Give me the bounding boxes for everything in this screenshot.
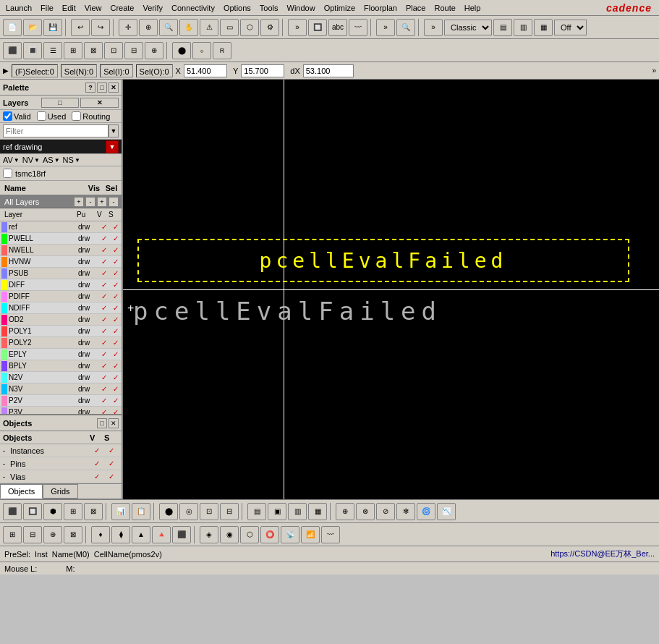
bt1-1[interactable]: ⬛ [3, 503, 22, 520]
more-btn3[interactable]: » [424, 19, 443, 36]
layer-row-eply[interactable]: EPLY drw ✓ ✓ [0, 349, 122, 360]
bt2-1[interactable]: ⊞ [3, 526, 22, 543]
obj-row-vias[interactable]: - Vias ✓ ✓ [0, 470, 122, 483]
palette-close-btn[interactable]: ✕ [109, 82, 119, 93]
undo-btn[interactable]: ↩ [71, 19, 90, 36]
bt2-2[interactable]: ⊟ [23, 526, 42, 543]
poly-btn[interactable]: ⬡ [240, 19, 259, 36]
view-dropdown[interactable]: Classic [444, 20, 492, 35]
routing-checkbox[interactable] [72, 111, 81, 121]
layers-close-btn[interactable]: ✕ [80, 98, 119, 108]
layer-row-pdiff[interactable]: PDIFF drw ✓ ✓ [0, 291, 122, 302]
menu-launch[interactable]: Launch [1, 2, 36, 14]
bt2-8[interactable]: 🔺 [152, 526, 171, 543]
bt1-5[interactable]: ⊠ [84, 503, 103, 520]
layer-row-diff[interactable]: DIFF drw ✓ ✓ [0, 279, 122, 291]
av-button[interactable]: AV▼ [3, 156, 20, 164]
more-btn1[interactable]: » [288, 19, 307, 36]
obj-row-instances[interactable]: - Instances ✓ ✓ [0, 444, 122, 457]
tb2-10[interactable]: ⬦ [192, 42, 211, 59]
layer-row-psub[interactable]: PSUB drw ✓ ✓ [0, 268, 122, 279]
bt1-3[interactable]: ⬢ [43, 503, 62, 520]
bt2-9[interactable]: ⬛ [172, 526, 191, 543]
zoom-btn[interactable]: 🔍 [159, 19, 178, 36]
bt1-11[interactable]: ⊟ [220, 503, 239, 520]
bt1-18[interactable]: ⊘ [376, 503, 395, 520]
layers-undock-btn[interactable]: □ [41, 98, 80, 108]
view-prop-btn[interactable]: ▥ [514, 19, 532, 36]
abc-btn[interactable]: abc [328, 19, 347, 36]
layer-row-pwell[interactable]: PWELL drw ✓ ✓ [0, 233, 122, 245]
bt1-15[interactable]: ▦ [308, 503, 327, 520]
routing-checkbox-label[interactable]: Routing [72, 111, 110, 121]
canvas-area[interactable]: pcellEvalFailed pcellEvalFailed + [123, 80, 659, 499]
filter-input[interactable] [3, 124, 109, 137]
more-btn2[interactable]: » [376, 19, 395, 36]
layer-row-od2[interactable]: OD2 drw ✓ ✓ [0, 314, 122, 326]
warn-btn[interactable]: ⚠ [200, 19, 218, 36]
tab-grids[interactable]: Grids [43, 484, 77, 499]
layer-row-ref[interactable]: ref drw ✓ ✓ [0, 221, 122, 233]
ns-button[interactable]: NS▼ [63, 156, 80, 164]
layer-row-p3v[interactable]: P3V drw ✓ ✓ [0, 407, 122, 414]
valid-checkbox[interactable] [3, 111, 12, 121]
wire-btn[interactable]: 〰 [349, 19, 367, 36]
layer-row-nwell[interactable]: NWELL drw ✓ ✓ [0, 245, 122, 256]
bt2-11[interactable]: ◉ [220, 526, 239, 543]
dx-input[interactable] [303, 64, 354, 77]
tsmc-checkbox[interactable] [3, 169, 12, 178]
obj-undock-btn[interactable]: □ [97, 418, 107, 428]
move-btn[interactable]: ✛ [119, 19, 137, 36]
bt1-16[interactable]: ⊕ [336, 503, 354, 520]
bt1-10[interactable]: ⊡ [200, 503, 218, 520]
rect-btn[interactable]: ▭ [220, 19, 239, 36]
bt2-13[interactable]: ⭕ [260, 526, 279, 543]
bt2-12[interactable]: ⬡ [240, 526, 259, 543]
bt2-3[interactable]: ⊕ [43, 526, 62, 543]
view-settings-btn[interactable]: ▤ [493, 19, 512, 36]
ref-dropdown-btn[interactable]: ▼ [106, 140, 119, 153]
menu-connectivity[interactable]: Connectivity [167, 2, 219, 14]
bt1-20[interactable]: 🌀 [417, 503, 435, 520]
menu-floorplan[interactable]: Floorplan [360, 2, 401, 14]
al-minus-btn[interactable]: - [85, 197, 95, 207]
bt1-6[interactable]: 📊 [111, 503, 130, 520]
bt1-4[interactable]: ⊞ [64, 503, 82, 520]
layer-row-bply[interactable]: BPLY drw ✓ ✓ [0, 360, 122, 372]
bt1-7[interactable]: 📋 [132, 503, 150, 520]
tb2-3[interactable]: ☰ [43, 42, 62, 59]
menu-edit[interactable]: Edit [58, 2, 80, 14]
palette-help-btn[interactable]: ? [85, 82, 95, 93]
menu-verify[interactable]: Verify [138, 2, 167, 14]
menu-place[interactable]: Place [401, 2, 430, 14]
al-minus2-btn[interactable]: - [109, 197, 119, 207]
tb2-2[interactable]: 🔳 [23, 42, 42, 59]
tb2-11[interactable]: R [213, 42, 231, 59]
used-checkbox[interactable] [37, 111, 46, 121]
select-btn[interactable]: ⊕ [139, 19, 158, 36]
bt1-13[interactable]: ▣ [268, 503, 286, 520]
layer-row-n2v[interactable]: N2V drw ✓ ✓ [0, 372, 122, 384]
y-input[interactable] [241, 64, 284, 77]
bt1-19[interactable]: ✻ [396, 503, 415, 520]
pan-btn[interactable]: ✋ [179, 19, 198, 36]
bt2-7[interactable]: ▲ [132, 526, 150, 543]
obj-row-pins[interactable]: - Pins ✓ ✓ [0, 457, 122, 470]
bt1-12[interactable]: ▤ [247, 503, 266, 520]
bt2-15[interactable]: 📶 [301, 526, 320, 543]
layer-row-poly2[interactable]: POLY2 drw ✓ ✓ [0, 337, 122, 349]
bt2-6[interactable]: ⧫ [111, 526, 130, 543]
palette-undock-btn[interactable]: □ [97, 82, 107, 93]
menu-route[interactable]: Route [430, 2, 459, 14]
tb2-9[interactable]: ⬤ [172, 42, 191, 59]
new-btn[interactable]: 📄 [3, 19, 22, 36]
open-btn[interactable]: 📂 [23, 19, 42, 36]
layer-row-hvnw[interactable]: HVNW drw ✓ ✓ [0, 256, 122, 268]
tb2-1[interactable]: ⬛ [3, 42, 22, 59]
layer-row-n3v[interactable]: N3V drw ✓ ✓ [0, 384, 122, 395]
valid-checkbox-label[interactable]: Valid [3, 111, 31, 121]
tb2-8[interactable]: ⊕ [145, 42, 163, 59]
filter-dropdown-btn[interactable]: ▼ [109, 124, 119, 137]
menu-create[interactable]: Create [106, 2, 138, 14]
tb2-6[interactable]: ⊡ [104, 42, 123, 59]
